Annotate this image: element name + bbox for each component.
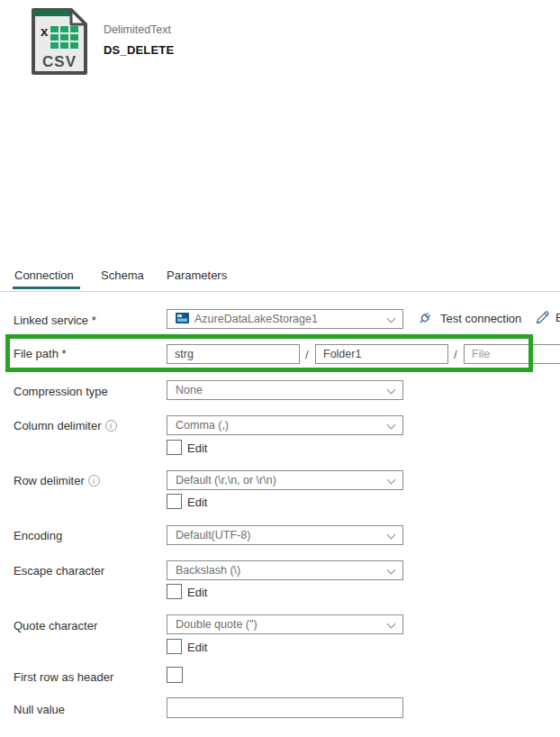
file-path-container-input[interactable]	[167, 344, 300, 364]
row-delimiter-dropdown[interactable]: Default (\r,\n, or \r\n)	[167, 470, 403, 490]
csv-icon-x-mark: x	[41, 23, 49, 39]
linked-service-dropdown[interactable]: AzureDataLakeStorage1	[167, 309, 403, 329]
linked-service-icon	[176, 313, 189, 323]
escape-character-value: Backslash (\)	[176, 564, 240, 577]
encoding-dropdown[interactable]: Default(UTF-8)	[167, 525, 403, 545]
column-delimiter-dropdown[interactable]: Comma (,)	[167, 415, 403, 435]
tab-parameters[interactable]: Parameters	[167, 268, 227, 282]
test-connection-icon	[417, 310, 434, 327]
chevron-down-icon	[387, 476, 396, 485]
edit-pencil-icon	[535, 310, 550, 325]
csv-file-icon: x CSV	[27, 6, 92, 77]
compression-type-dropdown[interactable]: None	[167, 380, 403, 400]
column-delimiter-edit-checkbox[interactable]	[167, 440, 182, 455]
required-asterisk: *	[62, 347, 67, 360]
chevron-down-icon	[387, 531, 396, 540]
escape-character-dropdown[interactable]: Backslash (\)	[167, 560, 403, 580]
chevron-down-icon	[387, 314, 396, 323]
column-delimiter-edit-label: Edit	[187, 441, 207, 455]
csv-icon-label: CSV	[42, 53, 77, 70]
column-delimiter-value: Comma (,)	[176, 419, 229, 432]
chevron-down-icon	[387, 620, 396, 629]
row-delimiter-label: Row delimiteri	[14, 474, 100, 487]
info-icon: i	[105, 420, 117, 432]
quote-character-edit-checkbox[interactable]	[167, 639, 182, 654]
edit-linked-service-button[interactable]: Edit	[535, 310, 560, 325]
quote-character-label: Quote character	[14, 619, 97, 632]
escape-character-edit-label: Edit	[187, 586, 207, 599]
file-path-label: File path *	[14, 347, 67, 360]
dataset-name: DS_DELETE	[104, 43, 174, 57]
compression-type-label: Compression type	[14, 385, 108, 398]
tab-connection[interactable]: Connection	[14, 268, 74, 282]
encoding-value: Default(UTF-8)	[176, 529, 250, 541]
encoding-label: Encoding	[14, 529, 62, 542]
null-value-input[interactable]	[167, 697, 403, 718]
path-separator: /	[454, 348, 457, 361]
first-row-as-header-checkbox[interactable]	[167, 667, 183, 683]
info-icon: i	[88, 475, 100, 487]
quote-character-value: Double quote (")	[176, 618, 257, 631]
tab-schema[interactable]: Schema	[101, 268, 144, 282]
column-delimiter-label: Column delimiteri	[14, 419, 117, 432]
escape-character-label: Escape character	[14, 564, 104, 578]
quote-character-edit-label: Edit	[187, 641, 207, 654]
active-tab-underline	[13, 287, 80, 289]
chevron-down-icon	[387, 386, 396, 395]
test-connection-button[interactable]: Test connection	[417, 310, 521, 327]
linked-service-value: AzureDataLakeStorage1	[194, 313, 318, 325]
compression-type-value: None	[176, 384, 203, 396]
required-asterisk: *	[92, 314, 96, 327]
row-delimiter-value: Default (\r,\n, or \r\n)	[176, 474, 276, 487]
first-row-as-header-label: First row as header	[14, 670, 113, 684]
test-connection-label: Test connection	[440, 312, 521, 325]
tabs-divider	[0, 291, 560, 292]
file-path-file-input[interactable]	[464, 344, 560, 364]
edit-linked-service-label: Edit	[555, 311, 560, 324]
null-value-label: Null value	[14, 703, 65, 716]
escape-character-edit-checkbox[interactable]	[167, 584, 182, 599]
path-separator: /	[305, 348, 309, 361]
dataset-type-label: DelimitedText	[104, 23, 171, 36]
dataset-properties-panel: x CSV DelimitedText DS_DELETE Connection…	[0, 0, 560, 737]
chevron-down-icon	[387, 566, 396, 575]
file-path-directory-input[interactable]	[315, 344, 448, 364]
chevron-down-icon	[387, 421, 396, 430]
row-delimiter-edit-label: Edit	[187, 496, 207, 509]
quote-character-dropdown[interactable]: Double quote (")	[167, 614, 403, 634]
row-delimiter-edit-checkbox[interactable]	[167, 494, 182, 509]
linked-service-label: Linked service *	[14, 314, 96, 327]
